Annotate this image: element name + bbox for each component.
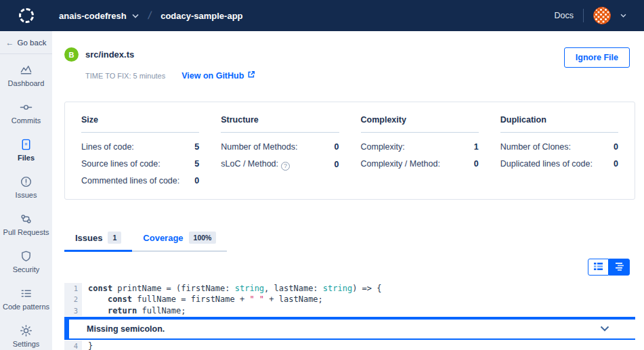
metric-label: Complexity: [361,142,405,152]
metric-row: Commented lines of code:0 [81,176,199,185]
files-icon [0,138,52,151]
sidebar-item-code-patterns[interactable]: Code patterns [0,287,52,311]
metrics-card: SizeLines of code:5Source lines of code:… [64,102,635,200]
metric-label: sLoC / Method:? [221,159,290,171]
time-to-fix-label: TIME TO FIX: 5 minutes [85,72,165,80]
docs-link[interactable]: Docs [555,11,574,20]
tab-label: Issues [75,233,102,243]
sidebar-item-commits[interactable]: Commits [0,101,52,125]
metric-column-complexity: ComplexityComplexity:1Complexity / Metho… [361,115,479,199]
go-back-label: Go back [18,39,47,47]
detailed-list-icon [593,261,603,274]
tab-label: Coverage [143,233,183,243]
sidebar-item-label: Settings [0,340,52,348]
sidebar-item-files[interactable]: Files [0,138,52,162]
dashboard-icon [0,64,52,76]
sidebar-item-dashboard[interactable]: Dashboard [0,64,52,87]
repository-name[interactable]: codacy-sample-app [160,11,242,21]
organization-name: anais-codefresh [59,11,127,21]
tab-badge: 1 [108,232,121,244]
compact-view-button[interactable] [609,259,630,276]
metric-row: Number of Clones:0 [500,142,618,152]
metric-column-title: Duplication [500,115,618,133]
ignore-file-button[interactable]: Ignore File [564,47,630,68]
code-line-text: const fullName = firstName + " " + lastN… [82,294,323,305]
view-on-github-label: View on GitHub [181,71,244,81]
metric-value: 0 [474,159,479,169]
code-line: 4} [64,341,635,350]
codacy-logo-wrap[interactable] [0,8,52,23]
file-header: B src/index.ts TIME TO FIX: 5 minutes Vi… [64,47,635,81]
sidebar-item-security[interactable]: Security [0,250,52,274]
help-circle-icon[interactable]: ? [281,162,290,171]
back-arrow-icon: ← [6,38,14,47]
metric-row: Duplicated lines of code:0 [500,159,618,169]
metric-value: 0 [614,142,618,152]
go-back-button[interactable]: ← Go back [0,31,52,54]
tab-coverage[interactable]: Coverage100% [132,225,227,252]
sidebar-item-label: Security [0,265,52,274]
sidebar: ← Go back DashboardCommitsFilesIssuesPul… [0,31,52,350]
sidebar-item-settings[interactable]: Settings [0,324,52,348]
chevron-down-icon[interactable] [620,14,626,18]
user-avatar[interactable] [593,7,611,24]
external-link-icon [247,70,255,81]
metric-column-title: Structure [221,115,339,133]
code-line-text: } [82,341,93,350]
organization-dropdown[interactable]: anais-codefresh [59,11,139,21]
code-block: 1const printName = (firstName: string, l… [64,283,635,350]
metric-row: sLoC / Method:?0 [221,159,339,171]
sidebar-item-label: Pull Requests [0,228,52,236]
metric-column-size: SizeLines of code:5Source lines of code:… [81,115,199,199]
code-line: 2 const fullName = firstName + " " + las… [64,294,635,305]
issue-message: Missing semicolon. [69,320,600,338]
metric-column-title: Size [81,115,199,133]
sidebar-item-label: Commits [0,116,52,125]
sidebar-item-label: Issues [0,191,52,199]
navbar-divider [583,9,584,22]
metric-label: Source lines of code: [81,159,160,169]
sidebar-item-pull-requests[interactable]: Pull Requests [0,213,52,236]
commits-icon [0,101,52,114]
metric-value: 1 [474,142,479,152]
view-on-github-link[interactable]: View on GitHub [181,70,255,81]
detailed-view-button[interactable] [588,259,609,276]
metric-label: Number of Clones: [500,142,571,152]
metric-column-title: Complexity [361,115,479,133]
metric-row: Number of Methods:0 [221,142,339,152]
metric-row: Complexity / Method:0 [361,159,479,169]
file-path: src/index.ts [85,49,134,60]
metric-value: 0 [335,142,339,152]
metric-label: Duplicated lines of code: [500,159,593,169]
tab-issues[interactable]: Issues1 [64,225,132,252]
issues-icon [0,175,52,188]
issue-accent-bar [64,320,69,338]
top-navbar: anais-codefresh / codacy-sample-app Docs [0,0,644,31]
chevron-down-icon[interactable] [600,326,609,332]
sidebar-item-label: Code patterns [0,303,52,311]
code-view-toggle [64,259,635,276]
metric-row: Complexity:1 [361,142,479,152]
chevron-down-icon [132,14,139,18]
metric-value: 0 [335,160,339,169]
code-line: 1const printName = (firstName: string, l… [64,283,635,294]
issue-annotation-row[interactable]: Missing semicolon. [64,317,635,340]
metric-label: Complexity / Method: [361,159,440,169]
compact-list-icon [615,261,624,274]
metric-row: Lines of code:5 [81,142,199,152]
line-number: 4 [64,341,82,350]
code-line-text: return fullName; [82,305,186,316]
metric-value: 5 [194,142,199,152]
sidebar-item-issues[interactable]: Issues [0,175,52,199]
security-icon [0,250,52,263]
metric-value: 0 [194,176,199,185]
metric-label: Number of Methods: [221,142,297,152]
code-line-text: const printName = (firstName: string, la… [82,283,382,294]
tab-bar: Issues1Coverage100% [64,225,227,252]
pull-requests-icon [0,213,52,225]
metric-column-duplication: DuplicationNumber of Clones:0Duplicated … [500,115,618,199]
sidebar-item-label: Dashboard [0,79,52,87]
settings-icon [0,324,52,337]
main-content: B src/index.ts TIME TO FIX: 5 minutes Vi… [52,31,644,350]
codacy-logo [19,8,34,23]
